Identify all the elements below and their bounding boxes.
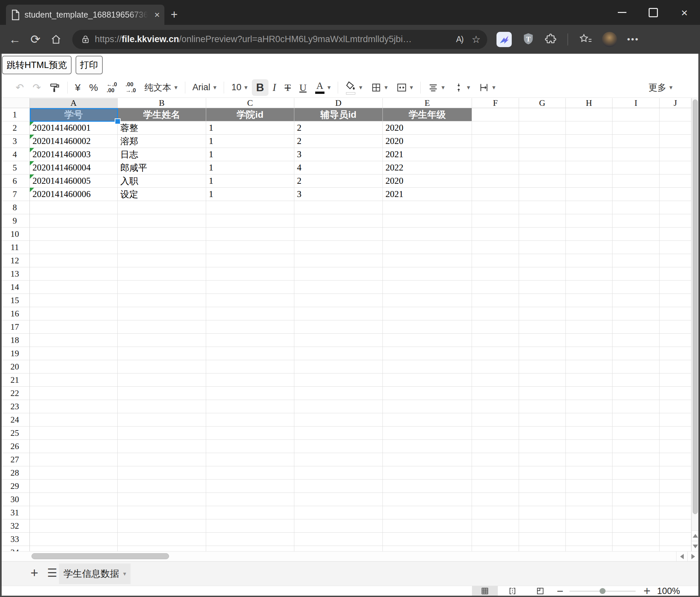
row-header-1[interactable]: 1 — [0, 108, 30, 121]
cell-H27[interactable] — [566, 453, 612, 466]
cell-A26[interactable] — [30, 440, 118, 453]
window-close-button[interactable]: × — [669, 0, 700, 25]
tampermonkey-shield-icon[interactable]: T — [522, 32, 535, 47]
url-text[interactable]: https://file.kkview.cn/onlinePreview?url… — [95, 34, 453, 44]
cell-B33[interactable] — [118, 533, 206, 546]
cell-B21[interactable] — [118, 374, 206, 387]
cell-J13[interactable] — [659, 267, 691, 281]
cell-J11[interactable] — [659, 241, 691, 254]
cell-G15[interactable] — [519, 294, 566, 307]
cell-J8[interactable] — [659, 201, 691, 214]
cell-B27[interactable] — [118, 453, 206, 466]
row-header-6[interactable]: 6 — [0, 174, 30, 188]
cell-I32[interactable] — [612, 519, 659, 533]
cell-H7[interactable] — [566, 188, 612, 201]
cell-G19[interactable] — [519, 347, 566, 360]
cell-I4[interactable] — [612, 148, 659, 161]
cell-E25[interactable] — [383, 427, 472, 440]
cell-E23[interactable] — [383, 400, 472, 413]
tab-close-icon[interactable]: × — [154, 10, 160, 20]
cell-A29[interactable] — [30, 480, 118, 493]
page-layout-view-button[interactable] — [530, 586, 550, 596]
cell-F15[interactable] — [472, 294, 519, 307]
cell-F27[interactable] — [472, 453, 519, 466]
cell-I27[interactable] — [612, 453, 659, 466]
cell-I12[interactable] — [612, 254, 659, 267]
cell-I18[interactable] — [612, 334, 659, 347]
cell-H4[interactable] — [566, 148, 612, 161]
bird-extension-icon[interactable] — [497, 32, 512, 47]
cell-I21[interactable] — [612, 374, 659, 387]
scroll-down-button[interactable] — [692, 541, 699, 551]
cell-F26[interactable] — [472, 440, 519, 453]
row-header-33[interactable]: 33 — [0, 533, 30, 546]
cell-G18[interactable] — [519, 334, 566, 347]
cell-G10[interactable] — [519, 228, 566, 241]
cell-E33[interactable] — [383, 533, 472, 546]
cell-H1[interactable] — [566, 108, 612, 121]
cell-I19[interactable] — [612, 347, 659, 360]
cell-D33[interactable] — [294, 533, 383, 546]
cell-I29[interactable] — [612, 480, 659, 493]
cell-D24[interactable] — [294, 413, 383, 427]
cell-H26[interactable] — [566, 440, 612, 453]
cell-C33[interactable] — [206, 533, 294, 546]
column-header-C[interactable]: C — [206, 98, 294, 108]
cell-J20[interactable] — [659, 360, 691, 374]
zoom-slider-handle[interactable] — [600, 588, 605, 594]
row-header-31[interactable]: 31 — [0, 506, 30, 519]
row-header-17[interactable]: 17 — [0, 320, 30, 334]
cell-D32[interactable] — [294, 519, 383, 533]
cell-J6[interactable] — [659, 174, 691, 188]
cell-B7[interactable]: 设定 — [118, 188, 206, 201]
cell-B18[interactable] — [118, 334, 206, 347]
cell-J23[interactable] — [659, 400, 691, 413]
text-wrap-button[interactable]: ▾ — [474, 79, 500, 96]
cell-G27[interactable] — [519, 453, 566, 466]
row-header-2[interactable]: 2 — [0, 121, 30, 135]
cell-G4[interactable] — [519, 148, 566, 161]
cell-D26[interactable] — [294, 440, 383, 453]
cell-F16[interactable] — [472, 307, 519, 320]
cell-J2[interactable] — [659, 121, 691, 135]
row-header-19[interactable]: 19 — [0, 347, 30, 360]
cell-G13[interactable] — [519, 267, 566, 281]
cell-B2[interactable]: 蓉整 — [118, 121, 206, 135]
vertical-scrollbar-thumb[interactable] — [693, 99, 698, 514]
cell-E20[interactable] — [383, 360, 472, 374]
normal-view-button[interactable] — [472, 586, 498, 596]
cell-F33[interactable] — [472, 533, 519, 546]
cell-F20[interactable] — [472, 360, 519, 374]
cell-E30[interactable] — [383, 493, 472, 506]
borders-button[interactable]: ▾ — [367, 79, 392, 96]
cell-I22[interactable] — [612, 387, 659, 400]
font-color-button[interactable]: A ▾ — [311, 79, 335, 96]
cell-E29[interactable] — [383, 480, 472, 493]
cell-J22[interactable] — [659, 387, 691, 400]
cell-I24[interactable] — [612, 413, 659, 427]
horizontal-align-button[interactable]: ▾ — [424, 79, 449, 96]
cell-A11[interactable] — [30, 241, 118, 254]
cell-G21[interactable] — [519, 374, 566, 387]
row-header-23[interactable]: 23 — [0, 400, 30, 413]
cell-H10[interactable] — [566, 228, 612, 241]
cell-F30[interactable] — [472, 493, 519, 506]
cell-D10[interactable] — [294, 228, 383, 241]
cell-J19[interactable] — [659, 347, 691, 360]
cell-A12[interactable] — [30, 254, 118, 267]
cell-A6[interactable]: 2020141460005 — [30, 174, 118, 188]
cell-J28[interactable] — [659, 466, 691, 480]
row-header-28[interactable]: 28 — [0, 466, 30, 480]
row-header-5[interactable]: 5 — [0, 161, 30, 174]
row-header-10[interactable]: 10 — [0, 228, 30, 241]
cell-C2[interactable]: 1 — [206, 121, 294, 135]
cell-B13[interactable] — [118, 267, 206, 281]
home-button[interactable] — [46, 29, 66, 50]
cell-C18[interactable] — [206, 334, 294, 347]
cell-B8[interactable] — [118, 201, 206, 214]
selection-handle[interactable] — [115, 118, 121, 124]
cell-F29[interactable] — [472, 480, 519, 493]
horizontal-scrollbar-thumb[interactable] — [31, 553, 169, 559]
row-header-21[interactable]: 21 — [0, 374, 30, 387]
cell-J18[interactable] — [659, 334, 691, 347]
